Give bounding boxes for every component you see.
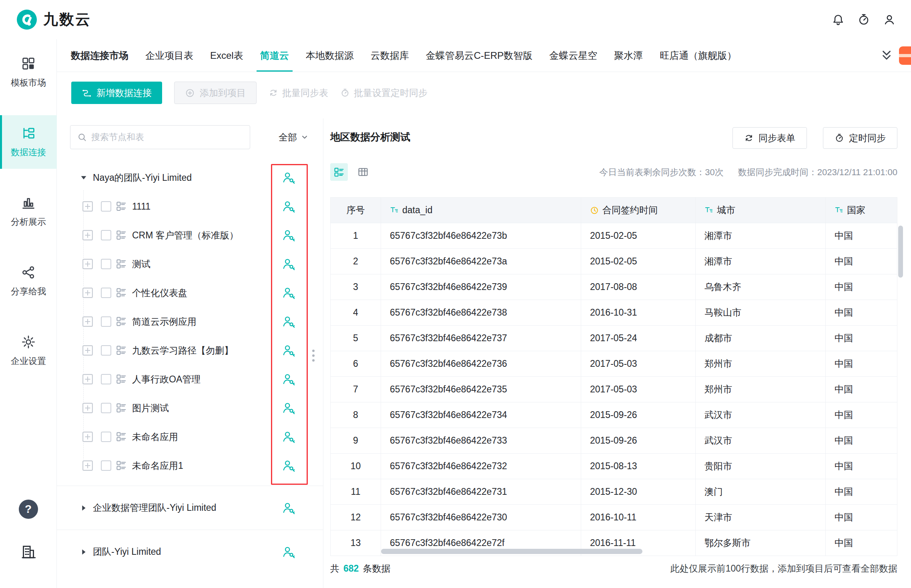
table-row[interactable]: 265767c3f32bf46e86422e73a2015-02-05湘潭市中国 [331,249,897,274]
date-clock-icon[interactable] [590,206,599,215]
expand-toggle-icon[interactable] [82,344,94,356]
expand-toggle-icon[interactable] [82,373,94,385]
source-tab-6[interactable]: 云数据库 [362,39,417,72]
expand-toggle-icon[interactable] [82,431,94,443]
member-permission-icon[interactable] [282,459,295,472]
tree-app-item[interactable]: 1111 [57,192,323,221]
source-tab-4[interactable]: 简道云 [252,39,297,72]
member-permission-icon[interactable] [282,545,295,559]
table-row[interactable]: 1065767c3f32bf46e86422e7322015-08-13贵阳市中… [331,454,897,479]
table-row[interactable]: 1265767c3f32bf46e86422e7302016-10-11天津市中… [331,505,897,530]
panel-resize-handle[interactable] [312,347,315,364]
app-checkbox[interactable] [101,201,111,212]
sidebar-item-template-grid[interactable]: 模板市场 [0,46,57,99]
app-checkbox[interactable] [101,432,111,442]
table-row[interactable]: 165767c3f32bf46e86422e73b2015-02-05湘潭市中国 [331,223,897,249]
tree-app-item[interactable]: 未命名应用1 [57,451,323,480]
filter-icon[interactable] [835,206,843,215]
table-row[interactable]: 665767c3f32bf46e86422e7362017-05-03郑州市中国 [331,351,897,377]
source-tab-10[interactable]: 旺店通（旗舰版） [651,39,745,72]
app-checkbox[interactable] [101,288,111,298]
expand-toggle-icon[interactable] [82,460,94,472]
tree-app-item[interactable]: 图片测试 [57,394,323,422]
app-checkbox[interactable] [101,345,111,356]
caret-down-icon[interactable] [79,173,88,182]
table-row[interactable]: 1165767c3f32bf46e86422e7312015-12-30澳门中国 [331,479,897,505]
table-row[interactable]: 465767c3f32bf46e86422e7382016-10-31马鞍山市中… [331,300,897,326]
history-timer-icon[interactable] [857,13,870,26]
sidebar-item-analysis-chart[interactable]: 分析展示 [0,185,57,238]
caret-right-icon[interactable] [79,504,88,512]
member-permission-icon[interactable] [282,200,295,213]
app-checkbox[interactable] [101,230,111,240]
app-checkbox[interactable] [101,403,111,413]
tree-group[interactable]: Naya的团队-Yiyi Limited [57,163,323,192]
user-account-icon[interactable] [883,13,896,26]
table-row[interactable]: 965767c3f32bf46e86422e7332015-09-26武汉市中国 [331,428,897,454]
source-tab-3[interactable]: Excel表 [202,39,252,72]
help-button[interactable]: ? [19,500,38,519]
horizontal-scrollbar[interactable] [381,549,642,554]
member-permission-icon[interactable] [282,401,295,415]
promo-badge-icon[interactable] [899,46,911,65]
member-permission-icon[interactable] [282,372,295,386]
member-permission-icon[interactable] [282,257,295,271]
expand-toggle-icon[interactable] [82,402,94,414]
source-tab-2[interactable]: 企业项目表 [137,39,202,72]
organization-icon[interactable] [20,544,36,560]
source-tab-1[interactable]: 数据连接市场 [62,39,137,72]
column-header-3[interactable]: 合同签约时间 [581,198,696,223]
member-permission-icon[interactable] [282,315,295,328]
app-checkbox[interactable] [101,460,111,471]
sync-form-button[interactable]: 同步表单 [732,127,807,149]
column-header-4[interactable]: 城市 [696,198,826,223]
expand-toggle-icon[interactable] [82,287,94,299]
sidebar-item-share[interactable]: 分享给我 [0,254,57,308]
column-header-5[interactable]: 国家 [826,198,897,223]
tree-app-item[interactable]: 简道云示例应用 [57,307,323,336]
scope-filter-dropdown[interactable]: 全部 [279,131,309,144]
member-permission-icon[interactable] [282,501,295,515]
field-view-toggle[interactable] [330,163,348,181]
filter-icon[interactable] [390,206,399,215]
tree-app-item[interactable]: 个性化仪表盘 [57,278,323,307]
tree-group-collapsed[interactable]: 企业数据管理团队-Yiyi Limited [57,486,323,530]
table-view-toggle[interactable] [354,163,372,181]
tree-app-item[interactable]: 未命名应用 [57,422,323,451]
table-row[interactable]: 365767c3f32bf46e86422e7392017-08-08乌鲁木齐中… [331,274,897,300]
table-row[interactable]: 565767c3f32bf46e86422e7372017-05-24成都市中国 [331,326,897,351]
sidebar-item-data-connection[interactable]: 数据连接 [0,115,57,169]
notification-bell-icon[interactable] [832,13,845,26]
member-permission-icon[interactable] [282,286,295,300]
member-permission-icon[interactable] [282,430,295,444]
expand-toggle-icon[interactable] [82,316,94,328]
app-checkbox[interactable] [101,316,111,327]
source-tab-9[interactable]: 聚水潭 [606,39,651,72]
expand-toggle-icon[interactable] [82,229,94,241]
tree-app-item[interactable]: 测试 [57,250,323,278]
app-checkbox[interactable] [101,374,111,384]
source-tab-5[interactable]: 本地数据源 [297,39,362,72]
expand-toggle-icon[interactable] [82,200,94,212]
add-to-project-button[interactable]: 添加到项目 [174,82,257,104]
vertical-scrollbar[interactable] [898,226,903,278]
source-tab-7[interactable]: 金蝶管易云C-ERP数智版 [417,39,541,72]
new-data-connection-button[interactable]: 新增数据连接 [71,82,162,104]
tree-group-collapsed[interactable]: 团队-Yiyi Limited [57,530,323,574]
column-header-2[interactable]: data_id [381,198,581,223]
batch-sync-tables-button[interactable]: 批量同步表 [269,87,328,99]
sidebar-item-gear[interactable]: 企业设置 [0,324,57,378]
tabs-expand-chevron-icon[interactable] [880,49,893,62]
table-row[interactable]: 865767c3f32bf46e86422e7342015-09-26武汉市中国 [331,402,897,428]
member-permission-icon[interactable] [282,171,295,184]
member-permission-icon[interactable] [282,344,295,357]
tree-search-input[interactable] [91,132,243,142]
tree-app-item[interactable]: 人事行政OA管理 [57,365,323,394]
tree-app-item[interactable]: 九数云学习路径【勿删】 [57,336,323,365]
column-header-1[interactable]: 序号 [331,198,381,223]
table-row[interactable]: 765767c3f32bf46e86422e7352017-05-03郑州市中国 [331,377,897,402]
filter-icon[interactable] [704,206,713,215]
app-checkbox[interactable] [101,259,111,269]
brand-logo[interactable]: 九数云 [16,9,91,30]
source-tab-8[interactable]: 金蝶云星空 [541,39,606,72]
